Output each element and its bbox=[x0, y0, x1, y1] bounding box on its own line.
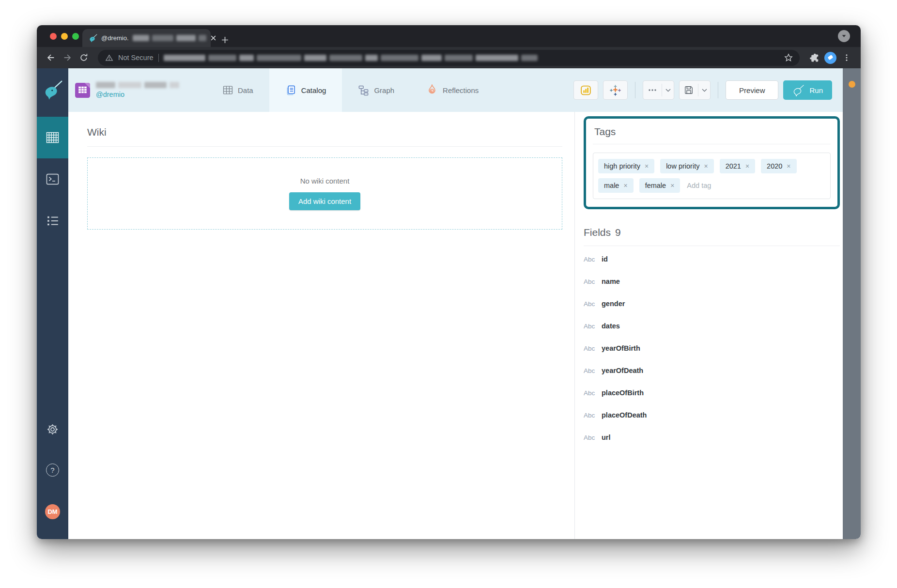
url-separator bbox=[158, 54, 159, 62]
window-controls bbox=[50, 33, 79, 40]
dremio-app: ? DM bbox=[37, 68, 861, 539]
tab-graph[interactable]: Graph bbox=[342, 68, 410, 112]
tag-pill[interactable]: low priority × bbox=[660, 159, 713, 173]
actions-divider bbox=[635, 82, 635, 98]
fields-list: Abc id Abc name Abc gender Abc dates Abc… bbox=[584, 248, 840, 449]
graph-flow-icon bbox=[358, 85, 369, 96]
app-header: @dremio Data bbox=[68, 68, 843, 112]
field-row: Abc placeOfBirth bbox=[584, 382, 840, 404]
orange-marker-dot bbox=[849, 81, 855, 88]
field-row: Abc yearOfBirth bbox=[584, 337, 840, 359]
tableau-button[interactable] bbox=[603, 80, 628, 100]
tab-graph-label: Graph bbox=[374, 86, 394, 94]
remove-tag-icon[interactable]: × bbox=[745, 163, 749, 170]
right-panel: Tags high priority × low priority × 2021… bbox=[575, 112, 843, 539]
tag-label: high priority bbox=[604, 162, 640, 170]
tab-data-label: Data bbox=[238, 86, 253, 94]
tag-label: low priority bbox=[666, 162, 699, 170]
window-minimize-button[interactable] bbox=[61, 33, 68, 40]
sidebar-item-jobs[interactable] bbox=[37, 200, 68, 242]
tag-pill[interactable]: 2021 × bbox=[720, 159, 755, 173]
forward-button[interactable] bbox=[60, 50, 75, 65]
extensions-puzzle-icon[interactable] bbox=[806, 50, 821, 65]
sidebar-item-datasets[interactable] bbox=[37, 117, 68, 158]
sidebar-item-sql-runner[interactable] bbox=[37, 158, 68, 200]
field-row: Abc dates bbox=[584, 315, 840, 337]
field-name: gender bbox=[602, 300, 625, 308]
redacted-tab-title bbox=[133, 35, 206, 41]
dremio-logo-icon[interactable] bbox=[37, 68, 68, 112]
wiki-title: Wiki bbox=[87, 120, 562, 147]
app-center: @dremio Data bbox=[68, 68, 843, 539]
tag-pill[interactable]: female × bbox=[639, 178, 680, 193]
browser-menu-icon[interactable] bbox=[839, 50, 854, 65]
back-button[interactable] bbox=[44, 50, 58, 65]
save-disk-icon[interactable] bbox=[680, 85, 698, 95]
remove-tag-icon[interactable]: × bbox=[787, 163, 790, 170]
tag-pill[interactable]: male × bbox=[598, 178, 634, 193]
tab-search-caret-icon[interactable] bbox=[838, 30, 850, 42]
browser-toolbar: Not Secure bbox=[37, 47, 861, 68]
dataset-owner: @dremio bbox=[96, 91, 179, 98]
tag-label: female bbox=[645, 182, 666, 189]
new-tab-button[interactable] bbox=[221, 36, 229, 44]
extension-avatar-icon[interactable] bbox=[823, 50, 837, 65]
power-bi-button[interactable] bbox=[573, 80, 598, 100]
scrollbar-strip[interactable] bbox=[843, 68, 861, 539]
dataset-tabs: Data Catalog bbox=[207, 68, 495, 112]
remove-tag-icon[interactable]: × bbox=[704, 163, 708, 170]
tag-pill[interactable]: 2020 × bbox=[761, 159, 796, 173]
browser-window: @dremio. bbox=[37, 25, 861, 539]
avatar-initials: DM bbox=[47, 508, 57, 515]
help-icon[interactable]: ? bbox=[46, 464, 59, 477]
security-label: Not Secure bbox=[118, 54, 154, 62]
tag-label: 2021 bbox=[726, 162, 741, 170]
ellipsis-icon[interactable] bbox=[643, 89, 662, 92]
tags-card: Tags high priority × low priority × 2021… bbox=[584, 116, 840, 209]
more-caret-icon[interactable] bbox=[662, 89, 674, 92]
fields-title: Fields bbox=[584, 227, 611, 238]
window-zoom-button[interactable] bbox=[72, 33, 79, 40]
datasets-grid-icon bbox=[46, 132, 59, 143]
field-name: placeOfBirth bbox=[602, 389, 644, 397]
help-glyph: ? bbox=[50, 466, 54, 474]
settings-gear-icon[interactable] bbox=[46, 423, 59, 436]
run-button[interactable]: Run bbox=[783, 80, 832, 100]
wiki-section: Wiki No wiki content Add wiki content bbox=[68, 112, 574, 539]
add-wiki-content-button[interactable]: Add wiki content bbox=[289, 192, 360, 210]
tag-pill[interactable]: high priority × bbox=[598, 159, 654, 173]
reload-button[interactable] bbox=[77, 50, 91, 65]
browser-tab[interactable]: @dremio. bbox=[82, 29, 211, 47]
terminal-icon bbox=[46, 173, 59, 185]
tab-catalog[interactable]: Catalog bbox=[269, 68, 342, 112]
field-type-label: Abc bbox=[584, 278, 602, 285]
content-row: Wiki No wiki content Add wiki content Ta… bbox=[68, 112, 843, 539]
more-actions-button[interactable] bbox=[643, 80, 674, 100]
address-bar[interactable]: Not Secure bbox=[98, 50, 800, 66]
field-type-label: Abc bbox=[584, 412, 602, 419]
close-tab-icon[interactable] bbox=[210, 35, 217, 41]
redacted-dataset-name bbox=[96, 82, 179, 88]
bookmark-star-icon[interactable] bbox=[781, 50, 796, 65]
remove-tag-icon[interactable]: × bbox=[623, 182, 627, 189]
add-tag-input[interactable] bbox=[686, 180, 734, 191]
field-name: yearOfDeath bbox=[602, 367, 643, 374]
field-type-label: Abc bbox=[584, 323, 602, 330]
not-secure-warning-icon bbox=[105, 54, 113, 62]
user-avatar[interactable]: DM bbox=[45, 504, 60, 519]
window-close-button[interactable] bbox=[50, 33, 57, 40]
remove-tag-icon[interactable]: × bbox=[670, 182, 674, 189]
preview-button[interactable]: Preview bbox=[726, 80, 778, 100]
tab-data[interactable]: Data bbox=[207, 68, 269, 112]
fields-section: Fields 9 Abc id Abc name Abc gender Abc … bbox=[584, 227, 840, 449]
dataset-info[interactable]: @dremio bbox=[68, 68, 207, 112]
field-type-label: Abc bbox=[584, 389, 602, 397]
dremio-favicon-icon bbox=[89, 34, 97, 43]
field-row: Abc id bbox=[584, 248, 840, 270]
sidebar-bottom: ? DM bbox=[45, 423, 60, 539]
tab-reflections[interactable]: Reflections bbox=[410, 68, 495, 112]
save-caret-icon[interactable] bbox=[698, 89, 710, 92]
remove-tag-icon[interactable]: × bbox=[645, 163, 649, 170]
save-button[interactable] bbox=[679, 80, 711, 100]
tags-input-area[interactable]: high priority × low priority × 2021 × 20… bbox=[593, 153, 831, 199]
